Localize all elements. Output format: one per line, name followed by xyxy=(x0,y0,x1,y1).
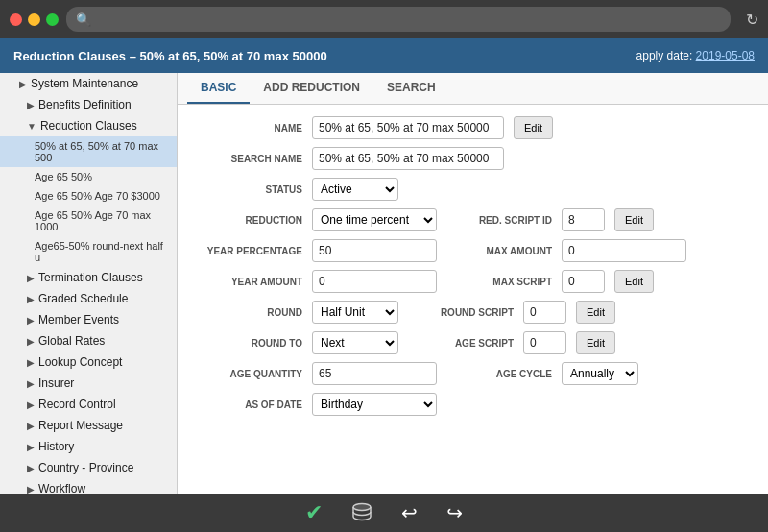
sidebar-item-reduction-clauses[interactable]: ▼ Reduction Clauses xyxy=(0,115,177,136)
round-script-edit-button[interactable]: Edit xyxy=(576,301,615,324)
sidebar-item-workflow[interactable]: ▶ Workflow xyxy=(0,478,177,494)
expand-arrow: ▶ xyxy=(27,336,35,347)
name-input[interactable] xyxy=(312,116,504,139)
sidebar-item-insurer[interactable]: ▶ Insurer xyxy=(0,373,177,394)
back-button[interactable]: ↩ xyxy=(401,501,418,524)
expand-arrow: ▶ xyxy=(27,315,35,326)
reduction-row: REDUCTION One time percent Graded Fixed … xyxy=(197,208,749,231)
year-pct-row: YEAR PERCENTAGE MAX AMOUNT xyxy=(197,239,749,262)
max-amount-input[interactable] xyxy=(562,239,686,262)
sidebar-item-label: Termination Clauses xyxy=(38,271,143,284)
expand-arrow: ▶ xyxy=(27,442,35,452)
sidebar-item-benefits[interactable]: ▶ Benefits Definition xyxy=(0,94,177,115)
as-of-date-select[interactable]: Birthday Policy Anniversary Calendar Yea… xyxy=(312,393,437,416)
name-row: NAME Edit xyxy=(197,116,749,139)
apply-date-link[interactable]: 2019-05-08 xyxy=(696,49,755,62)
expand-arrow: ▶ xyxy=(27,421,35,431)
sidebar-item-50pct-65-70[interactable]: 50% at 65, 50% at 70 max 500 xyxy=(0,136,177,167)
close-button[interactable] xyxy=(10,13,22,26)
sidebar-item-label: Insurer xyxy=(38,376,74,390)
expand-arrow: ▶ xyxy=(27,463,35,473)
max-script-input[interactable] xyxy=(562,270,605,293)
red-script-id-input[interactable] xyxy=(562,208,605,231)
sidebar-item-lookup[interactable]: ▶ Lookup Concept xyxy=(0,351,177,373)
tab-search[interactable]: SEARCH xyxy=(373,73,449,104)
expand-arrow: ▼ xyxy=(27,121,36,132)
sidebar-item-global-rates[interactable]: ▶ Global Rates xyxy=(0,330,177,351)
status-select[interactable]: Active Inactive xyxy=(312,178,398,201)
age-script-edit-button[interactable]: Edit xyxy=(576,331,615,354)
search-name-input[interactable] xyxy=(312,147,504,170)
database-button[interactable] xyxy=(351,502,372,523)
age-script-label: AGE SCRIPT xyxy=(427,338,514,349)
year-amount-input[interactable] xyxy=(312,270,437,293)
content-area: BASIC ADD REDUCTION SEARCH NAME Edit SEA… xyxy=(178,73,768,494)
round-to-select[interactable]: Next Previous Nearest xyxy=(312,331,398,354)
sidebar-item-label: Age 65 50% xyxy=(35,171,92,182)
sidebar-item-termination[interactable]: ▶ Termination Clauses xyxy=(0,267,177,288)
sidebar-item-label: Age 65 50% Age 70 $3000 xyxy=(35,190,160,202)
sidebar-item-report-message[interactable]: ▶ Report Message xyxy=(0,415,177,436)
search-name-label: SEARCH NAME xyxy=(197,154,302,164)
sidebar-item-age65-50[interactable]: Age 65 50% xyxy=(0,167,177,186)
traffic-lights xyxy=(10,13,59,26)
bottom-toolbar: ✔ ↩ ↩ xyxy=(0,494,768,532)
max-amount-label: MAX AMOUNT xyxy=(466,246,552,256)
tab-bar: BASIC ADD REDUCTION SEARCH xyxy=(178,73,768,105)
refresh-button[interactable]: ↻ xyxy=(746,11,758,29)
reduction-select[interactable]: One time percent Graded Fixed xyxy=(312,208,437,231)
expand-arrow: ▶ xyxy=(27,399,35,410)
expand-arrow: ▶ xyxy=(27,378,35,389)
red-script-edit-button[interactable]: Edit xyxy=(614,208,654,231)
sidebar-item-system[interactable]: ▶ System Maintenance xyxy=(0,73,177,94)
year-amount-label: YEAR AMOUNT xyxy=(197,277,302,287)
max-script-edit-button[interactable]: Edit xyxy=(614,270,654,293)
sidebar-item-age65-50-round[interactable]: Age65-50% round-next half u xyxy=(0,236,177,267)
sidebar-item-label: Member Events xyxy=(38,313,119,326)
title-bar: 🔍 ↻ xyxy=(0,0,768,38)
age-quantity-row: AGE QUANTITY AGE CYCLE Annually Monthly … xyxy=(197,362,749,385)
round-select[interactable]: Half Unit Full Unit None xyxy=(312,301,398,324)
red-script-id-label: RED. SCRIPT ID xyxy=(466,215,552,226)
year-pct-input[interactable] xyxy=(312,239,437,262)
round-to-row: ROUND TO Next Previous Nearest AGE SCRIP… xyxy=(197,331,749,354)
expand-arrow: ▶ xyxy=(27,357,35,368)
sidebar-item-country-province[interactable]: ▶ Country - Province xyxy=(0,457,177,478)
age-quantity-label: AGE QUANTITY xyxy=(197,369,302,379)
tab-add-reduction[interactable]: ADD REDUCTION xyxy=(250,73,373,104)
round-to-label: ROUND TO xyxy=(197,338,302,349)
exit-button[interactable]: ↩ xyxy=(446,501,463,524)
status-row: STATUS Active Inactive xyxy=(197,178,749,201)
age-quantity-input[interactable] xyxy=(312,362,437,385)
sidebar-item-label: Reduction Clauses xyxy=(40,119,137,133)
sidebar-item-graded[interactable]: ▶ Graded Schedule xyxy=(0,288,177,309)
search-icon: 🔍 xyxy=(76,12,91,27)
search-name-row: SEARCH NAME xyxy=(197,147,749,170)
age-cycle-label: AGE CYCLE xyxy=(466,369,552,379)
sidebar-item-member[interactable]: ▶ Member Events xyxy=(0,309,177,330)
name-edit-button[interactable]: Edit xyxy=(514,116,553,139)
sidebar-item-history[interactable]: ▶ History xyxy=(0,436,177,457)
maximize-button[interactable] xyxy=(46,13,59,26)
max-script-label: MAX SCRIPT xyxy=(466,277,552,287)
sidebar-item-label: Report Message xyxy=(38,419,123,432)
sidebar-item-age65-50-age70-3000[interactable]: Age 65 50% Age 70 $3000 xyxy=(0,186,177,206)
search-bar[interactable]: 🔍 xyxy=(66,7,731,32)
sidebar-item-record-control[interactable]: ▶ Record Control xyxy=(0,394,177,415)
round-script-input[interactable] xyxy=(523,301,566,324)
minimize-button[interactable] xyxy=(28,13,40,26)
age-script-input[interactable] xyxy=(523,331,566,354)
expand-arrow: ▶ xyxy=(27,484,35,495)
year-pct-label: YEAR PERCENTAGE xyxy=(197,246,302,256)
main-layout: ▶ System Maintenance ▶ Benefits Definiti… xyxy=(0,73,768,494)
sidebar-item-age65-50-age70-1000[interactable]: Age 65 50% Age 70 max 1000 xyxy=(0,206,177,236)
confirm-button[interactable]: ✔ xyxy=(305,500,323,525)
age-cycle-select[interactable]: Annually Monthly Weekly xyxy=(562,362,638,385)
expand-arrow: ▶ xyxy=(27,100,35,110)
sidebar-item-label: Country - Province xyxy=(38,461,133,474)
round-row: ROUND Half Unit Full Unit None ROUND SCR… xyxy=(197,301,749,324)
expand-arrow: ▶ xyxy=(27,294,35,304)
tab-basic[interactable]: BASIC xyxy=(187,73,250,104)
sidebar-item-label: 50% at 65, 50% at 70 max 500 xyxy=(35,140,169,163)
expand-arrow: ▶ xyxy=(19,79,27,89)
